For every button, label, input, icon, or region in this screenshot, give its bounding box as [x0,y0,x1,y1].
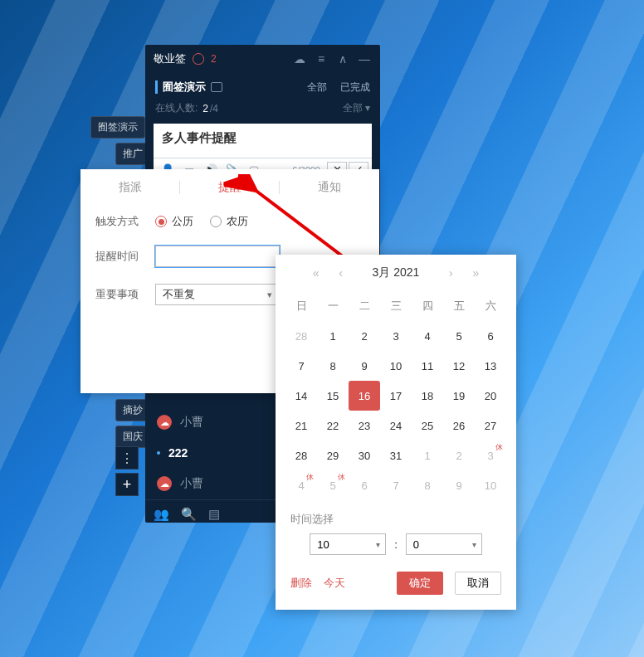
day-cell[interactable]: 30 [349,440,380,470]
date-picker: « ‹ 3月 2021 › » 日一二三四五六 2812345678910111… [276,255,516,610]
repeat-label: 重要事项 [95,287,142,302]
day-cell[interactable]: 2 [443,440,475,470]
day-cell[interactable]: 3休 [475,440,506,470]
dp-cancel[interactable]: 取消 [455,572,501,595]
list-entry: 222 [168,446,188,460]
dp-title: 3月 2021 [373,265,420,280]
dp-grid: 日一二三四五六 28123456789101112131415161718192… [276,291,516,500]
day-cell[interactable]: 8 [317,351,349,381]
dp-row: 14151617181920 [285,381,506,411]
search-icon[interactable]: 🔍 [181,507,197,522]
radio-label: 公历 [172,214,193,229]
day-cell[interactable]: 31 [380,440,412,470]
day-cell[interactable]: 18 [412,381,443,411]
day-cell[interactable]: 2 [349,321,380,351]
day-cell[interactable]: 11 [412,351,443,381]
avatar: ☁ [157,476,172,491]
day-cell[interactable]: 4 [412,321,443,351]
radio-lunar[interactable]: 农历 [210,214,248,229]
day-cell[interactable]: 25 [412,411,443,440]
section-title: 囿签演示 [163,80,206,95]
day-cell[interactable]: 7 [380,470,412,500]
holiday-badge: 休 [338,472,345,483]
day-cell[interactable]: 14 [285,381,317,411]
tab-remind[interactable]: 提醒 [180,169,280,206]
day-cell[interactable]: 27 [475,411,506,440]
dp-row: 21222324252627 [285,411,506,440]
weekday-cell: 一 [317,291,349,321]
next-month[interactable]: › [442,266,459,280]
compose-textarea[interactable] [154,124,372,155]
radio-solar[interactable]: 公历 [155,214,193,229]
day-cell[interactable]: 10 [380,351,412,381]
prev-year[interactable]: « [308,266,324,280]
app-title: 敬业签 [154,51,186,66]
bell-icon[interactable] [193,53,204,65]
minimize-icon[interactable]: — [357,52,372,66]
popover-tabs: 指派 提醒 通知 [80,169,379,206]
day-cell[interactable]: 1 [317,321,349,351]
dp-delete[interactable]: 删除 [290,576,312,591]
online-total: /4 [210,103,218,114]
day-cell[interactable]: 16 [349,381,380,411]
hour-select[interactable]: 10 [310,533,386,555]
day-cell[interactable]: 10 [475,470,506,500]
repeat-select[interactable]: 不重复 [155,284,280,305]
list-user: 小曹 [180,476,203,491]
day-cell[interactable]: 6 [475,321,506,351]
day-cell[interactable]: 17 [380,381,412,411]
day-cell[interactable]: 3 [380,321,412,351]
group-icon[interactable]: 👥 [154,507,169,522]
prev-month[interactable]: ‹ [333,266,349,280]
day-cell[interactable]: 4休 [285,470,317,500]
menu-icon[interactable]: ≡ [314,52,329,66]
minute-select[interactable]: 0 [406,533,482,555]
day-cell[interactable]: 24 [380,411,412,440]
day-cell[interactable]: 8 [412,470,443,500]
filter-all[interactable]: 全部 [307,80,327,95]
day-cell[interactable]: 29 [317,440,349,470]
dp-today[interactable]: 今天 [324,576,345,591]
day-cell[interactable]: 5 [443,321,475,351]
day-cell[interactable]: 1 [412,440,443,470]
calendar-icon[interactable]: ▤ [208,507,220,522]
weekday-cell: 二 [349,291,380,321]
day-cell[interactable]: 6 [349,470,380,500]
online-filter[interactable]: 全部 ▾ [343,101,370,115]
sidebar-tag-demo[interactable]: 囿签演示 [90,116,145,139]
day-cell[interactable]: 21 [285,411,317,440]
filter-done[interactable]: 已完成 [340,80,370,95]
day-cell[interactable]: 7 [285,351,317,381]
dp-ok[interactable]: 确定 [397,572,443,595]
next-year[interactable]: » [467,266,484,280]
day-cell[interactable]: 15 [317,381,349,411]
day-cell[interactable]: 20 [475,381,506,411]
radio-icon [210,216,222,227]
row-trigger: 触发方式 公历 农历 [80,206,379,237]
avatar: ☁ [157,415,172,430]
dp-header: « ‹ 3月 2021 › » [276,255,516,291]
tab-notify[interactable]: 通知 [280,169,379,206]
day-cell[interactable]: 13 [475,351,506,381]
day-cell[interactable]: 5休 [317,470,349,500]
day-cell[interactable]: 23 [349,411,380,440]
day-cell[interactable]: 19 [443,381,475,411]
sidebar-add-button[interactable]: + [115,473,139,496]
pin-icon[interactable]: ∧ [335,52,350,66]
dp-row: 28293031123休 [285,440,506,470]
sidebar-more-button[interactable]: ⋮ [115,446,139,470]
time-label: 提醒时间 [95,249,142,264]
day-cell[interactable]: 26 [443,411,475,440]
hour-value: 10 [317,538,329,551]
day-cell[interactable]: 9 [443,470,475,500]
tab-assign[interactable]: 指派 [80,169,180,206]
day-cell[interactable]: 9 [349,351,380,381]
list-icon[interactable] [211,82,222,92]
day-cell[interactable]: 28 [285,321,317,351]
day-cell[interactable]: 12 [443,351,475,381]
time-input[interactable] [155,246,280,267]
sync-icon[interactable]: ☁ [292,52,307,66]
day-cell[interactable]: 22 [317,411,349,440]
day-cell[interactable]: 28 [285,440,317,470]
trigger-group: 公历 农历 [155,214,248,229]
